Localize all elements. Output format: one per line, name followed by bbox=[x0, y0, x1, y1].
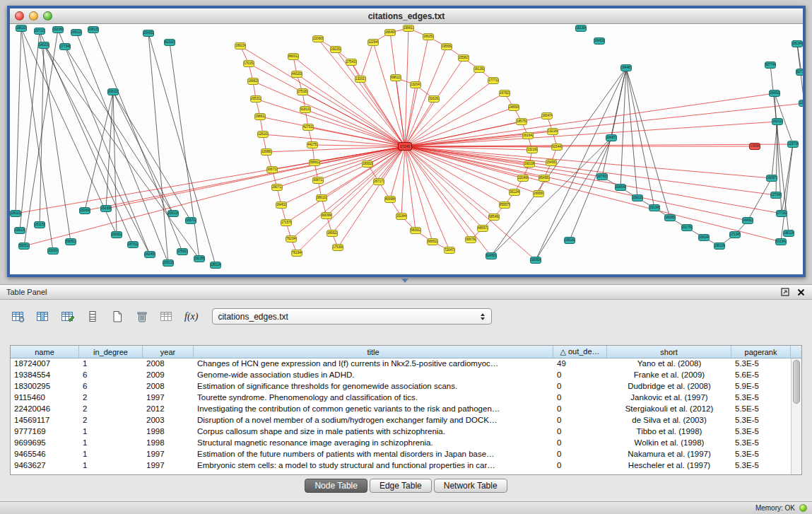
table-row[interactable]: 1938455462009Genome-wide association stu… bbox=[11, 370, 801, 381]
graph-node[interactable]: 76194411 bbox=[291, 250, 302, 257]
graph-node[interactable]: 16791917 bbox=[596, 173, 608, 180]
graph-node[interactable]: 29071344 bbox=[271, 184, 283, 191]
table-cell[interactable]: 1 bbox=[79, 358, 143, 370]
table-cell[interactable]: 5.3E-5 bbox=[731, 460, 791, 472]
graph-node[interactable]: 22060584 bbox=[312, 35, 324, 42]
graph-node[interactable]: 11973409 bbox=[787, 141, 799, 148]
graph-node[interactable]: 20854011 bbox=[615, 184, 626, 191]
graph-node[interactable]: 58391213 bbox=[410, 227, 421, 234]
graph-node[interactable]: 91813302 bbox=[300, 106, 311, 113]
graph-node[interactable]: 16461045 bbox=[276, 201, 287, 209]
graph-node[interactable]: 80998407 bbox=[384, 196, 396, 203]
graph-node[interactable]: 12704567 bbox=[770, 192, 782, 199]
table-cell[interactable]: 9465546 bbox=[11, 449, 79, 460]
graph-node[interactable]: 92450121 bbox=[486, 252, 497, 259]
graph-node[interactable]: 16782311 bbox=[499, 90, 510, 97]
table-cell[interactable]: 9699695 bbox=[11, 438, 79, 449]
table-cell[interactable]: 0 bbox=[553, 449, 607, 460]
table-cell[interactable]: 2009 bbox=[143, 370, 194, 381]
graph-node[interactable]: 16164237 bbox=[522, 132, 534, 139]
graph-node[interactable]: 17015301 bbox=[243, 60, 254, 67]
graph-node[interactable]: 86001273 bbox=[288, 53, 299, 60]
table-cell[interactable]: Nakamura et al. (1997) bbox=[607, 449, 731, 460]
table-cell[interactable]: 2008 bbox=[143, 358, 194, 370]
minimize-window-button[interactable] bbox=[29, 11, 38, 21]
graph-node[interactable]: 59051344 bbox=[65, 238, 76, 245]
graph-node[interactable]: 13216412 bbox=[547, 128, 558, 135]
graph-node[interactable]: 81310744 bbox=[164, 39, 175, 46]
delete-table-icon[interactable] bbox=[132, 308, 151, 325]
column-header-pagerank[interactable]: pagerank bbox=[731, 346, 791, 358]
table-cell[interactable]: Estimation of significance thresholds fo… bbox=[194, 381, 553, 392]
table-row[interactable]: 946362711997Embryonic stem cells: a mode… bbox=[11, 460, 801, 472]
table-row[interactable]: 2242004622012Investigating the contribut… bbox=[11, 404, 801, 415]
table-cell[interactable]: 2 bbox=[79, 415, 143, 426]
table-cell[interactable]: 22420046 bbox=[11, 404, 79, 415]
table-cell[interactable]: 1997 bbox=[143, 449, 194, 460]
graph-node[interactable]: 13201744 bbox=[355, 76, 366, 83]
graph-node[interactable]: 16571234 bbox=[185, 217, 196, 224]
graph-node[interactable]: 18134099 bbox=[792, 40, 803, 47]
table-cell[interactable]: 1 bbox=[79, 460, 143, 472]
window-titlebar[interactable]: citations_edges.txt bbox=[10, 8, 803, 24]
graph-node[interactable]: 16097123 bbox=[766, 175, 777, 182]
column-header-name[interactable]: name bbox=[11, 346, 79, 358]
table-cell[interactable]: Hescheler et al. (1997) bbox=[607, 460, 731, 472]
zoom-window-button[interactable] bbox=[43, 11, 52, 21]
table-cell[interactable]: Structural magnetic resonance image aver… bbox=[194, 438, 553, 449]
graph-node[interactable]: 90099472 bbox=[321, 212, 332, 219]
table-cell[interactable]: 5.5E-5 bbox=[731, 404, 791, 415]
table-row[interactable]: 911546021997Tourette syndrome. Phenomeno… bbox=[11, 392, 801, 404]
graph-node[interactable]: 85957944 bbox=[499, 201, 510, 209]
table-cell[interactable]: 1997 bbox=[143, 392, 194, 404]
table-cell[interactable]: Embryonic stem cells: a model to study s… bbox=[194, 460, 553, 472]
graph-node[interactable]: 18751222 bbox=[127, 241, 139, 248]
graph-node[interactable]: 16625125 bbox=[423, 33, 434, 40]
graph-node[interactable]: 27518111 bbox=[297, 88, 308, 95]
graph-node[interactable]: 20175234 bbox=[681, 224, 693, 231]
graph-node[interactable]: 48557312 bbox=[477, 225, 488, 232]
table-cell[interactable]: 18300295 bbox=[11, 381, 79, 392]
graph-node-highlighted[interactable]: 15958 bbox=[749, 143, 760, 150]
graph-node[interactable]: 17530442 bbox=[332, 244, 343, 251]
table-settings-icon[interactable] bbox=[8, 308, 28, 325]
table-row[interactable]: 1456911722003Disruption of a novel membe… bbox=[11, 415, 801, 426]
graph-node[interactable]: 24850903 bbox=[508, 104, 519, 111]
network-view-canvas[interactable]: 1861034420712351193369211691230820813311… bbox=[10, 24, 803, 274]
graph-node[interactable]: 85495123 bbox=[539, 175, 550, 182]
memory-status-led-icon[interactable] bbox=[799, 504, 807, 512]
graph-node[interactable]: 12610127 bbox=[257, 131, 269, 138]
graph-node[interactable]: 44275133 bbox=[307, 141, 318, 148]
graph-node[interactable]: 20712351 bbox=[34, 28, 45, 35]
graph-node[interactable]: 35861202 bbox=[309, 159, 320, 166]
graph-node[interactable]: 15582711 bbox=[458, 54, 469, 62]
table-cell[interactable]: 19384554 bbox=[11, 370, 79, 381]
table-cell[interactable]: 0 bbox=[553, 370, 607, 381]
table-cell[interactable]: 0 bbox=[553, 426, 607, 438]
table-cell[interactable]: Estimation of the future numbers of pati… bbox=[194, 449, 553, 460]
graph-node[interactable]: 18992231 bbox=[326, 230, 338, 237]
graph-node[interactable]: 19013455 bbox=[714, 243, 725, 250]
graph-node[interactable]: 18923404 bbox=[235, 42, 246, 49]
graph-node[interactable]: 16212344 bbox=[772, 118, 783, 125]
import-table-icon[interactable] bbox=[157, 308, 176, 325]
column-header-title[interactable]: title bbox=[194, 346, 553, 358]
table-cell[interactable]: 5.9E-5 bbox=[731, 381, 791, 392]
table-cell[interactable]: 2003 bbox=[143, 415, 194, 426]
graph-node[interactable]: 16047427 bbox=[541, 112, 553, 119]
table-cell[interactable]: 5.3E-5 bbox=[731, 415, 791, 426]
graph-node[interactable]: 92774455 bbox=[796, 69, 803, 76]
graph-node[interactable]: 59051310 bbox=[18, 243, 30, 250]
table-selector-dropdown[interactable]: citations_edges.txt bbox=[212, 308, 492, 325]
table-cell[interactable]: Dudbridge et al. (2008) bbox=[607, 381, 731, 392]
table-cell[interactable]: 1998 bbox=[143, 438, 194, 449]
table-row[interactable]: 1830029562008Estimation of significance … bbox=[11, 381, 801, 392]
table-cell[interactable]: Genome-wide association studies in ADHD. bbox=[194, 370, 553, 381]
table-cell[interactable]: 5.3E-5 bbox=[731, 426, 791, 438]
graph-node[interactable]: 96852204 bbox=[427, 238, 438, 245]
graph-node[interactable]: 16095344 bbox=[664, 214, 676, 221]
table-row[interactable]: 1872400712008Changes of HCN gene express… bbox=[11, 358, 801, 370]
table-row[interactable]: 969969511998Structural magnetic resonanc… bbox=[11, 438, 801, 449]
graph-node[interactable]: 19134551 bbox=[649, 204, 660, 211]
graph-node[interactable]: 19135523 bbox=[194, 255, 205, 262]
